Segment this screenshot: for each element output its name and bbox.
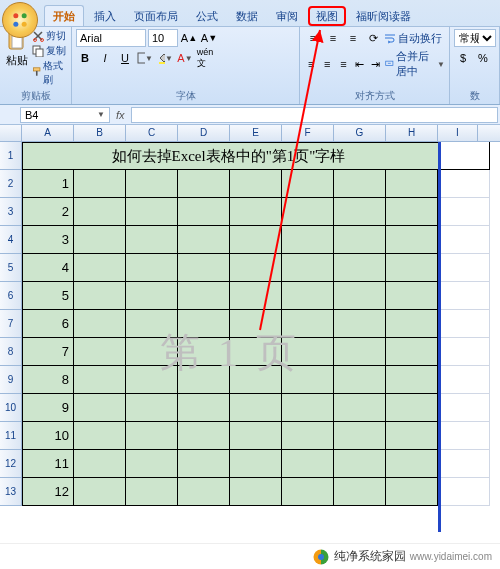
cell[interactable] [74,254,126,282]
cell[interactable] [230,282,282,310]
cell[interactable]: 9 [22,394,74,422]
row-header[interactable]: 12 [0,450,22,478]
increase-font-button[interactable]: A▲ [180,29,198,47]
cell[interactable] [334,394,386,422]
cell[interactable] [178,450,230,478]
row-header[interactable]: 9 [0,366,22,394]
cell[interactable] [386,450,438,478]
fx-button[interactable]: fx [110,109,131,121]
cell[interactable]: 7 [22,338,74,366]
cell[interactable] [126,310,178,338]
cell[interactable] [74,366,126,394]
cell[interactable] [126,282,178,310]
cell[interactable] [386,254,438,282]
cell[interactable] [282,394,334,422]
tab-foxitreader[interactable]: 福昕阅读器 [348,6,419,26]
cell[interactable]: 8 [22,366,74,394]
cell[interactable] [438,254,490,282]
cell[interactable] [386,366,438,394]
cell[interactable]: 12 [22,478,74,506]
cell[interactable] [178,254,230,282]
font-name-select[interactable] [76,29,146,47]
cell[interactable] [334,366,386,394]
col-header[interactable]: I [438,125,478,141]
cell[interactable] [126,338,178,366]
fill-color-button[interactable]: ▼ [156,49,174,67]
align-bottom-button[interactable]: ≡ [344,29,362,47]
cell[interactable] [438,478,490,506]
cell[interactable] [126,198,178,226]
cell[interactable] [74,282,126,310]
font-color-button[interactable]: A▼ [176,49,194,67]
cell[interactable] [282,450,334,478]
cell[interactable] [438,226,490,254]
cell[interactable]: 10 [22,422,74,450]
title-cell[interactable]: 如何去掉Excel表格中的"第1页"字样 [22,142,438,170]
cell[interactable] [178,226,230,254]
cell[interactable] [230,394,282,422]
cell[interactable] [74,198,126,226]
cell[interactable] [126,394,178,422]
cell[interactable] [282,366,334,394]
cell[interactable] [230,338,282,366]
cell[interactable] [74,450,126,478]
cell[interactable] [230,310,282,338]
col-header[interactable]: B [74,125,126,141]
row-header[interactable]: 8 [0,338,22,366]
cell[interactable] [282,422,334,450]
cell[interactable] [334,226,386,254]
underline-button[interactable]: U [116,49,134,67]
cell[interactable] [438,394,490,422]
cell[interactable] [334,198,386,226]
col-header[interactable]: E [230,125,282,141]
cell[interactable] [386,422,438,450]
cell[interactable] [282,310,334,338]
cell[interactable] [386,338,438,366]
office-button[interactable] [2,2,38,38]
align-center-button[interactable]: ≡ [320,55,334,73]
tab-layout[interactable]: 页面布局 [126,6,186,26]
percent-button[interactable]: % [474,49,492,67]
merge-button[interactable]: 合并后居中▼ [385,49,445,79]
col-header[interactable]: H [386,125,438,141]
cell[interactable] [74,310,126,338]
col-header[interactable]: A [22,125,74,141]
cell[interactable] [230,450,282,478]
row-header[interactable]: 7 [0,310,22,338]
cell[interactable] [438,366,490,394]
cell[interactable] [178,198,230,226]
border-button[interactable]: ▼ [136,49,154,67]
cell[interactable] [334,338,386,366]
cell[interactable] [74,226,126,254]
phonetic-button[interactable]: wén文 [196,49,214,67]
row-header[interactable]: 11 [0,422,22,450]
cell[interactable] [438,338,490,366]
align-middle-button[interactable]: ≡ [324,29,342,47]
align-left-button[interactable]: ≡ [304,55,318,73]
row-header[interactable]: 6 [0,282,22,310]
cell[interactable] [178,478,230,506]
cell[interactable] [126,366,178,394]
col-header[interactable]: G [334,125,386,141]
wrap-button[interactable]: 自动换行 [384,31,442,46]
cell[interactable] [282,282,334,310]
cell[interactable] [386,282,438,310]
cell[interactable] [282,226,334,254]
tab-data[interactable]: 数据 [228,6,266,26]
decrease-font-button[interactable]: A▼ [200,29,218,47]
cell[interactable] [230,198,282,226]
formula-input[interactable] [131,107,498,123]
cell[interactable] [438,310,490,338]
col-header[interactable]: F [282,125,334,141]
tab-view[interactable]: 视图 [308,6,346,26]
cell[interactable]: 4 [22,254,74,282]
cell[interactable] [282,198,334,226]
cell[interactable]: 11 [22,450,74,478]
cell[interactable] [178,170,230,198]
cell[interactable] [438,142,490,170]
bold-button[interactable]: B [76,49,94,67]
cell[interactable] [74,170,126,198]
row-header[interactable]: 10 [0,394,22,422]
row-header[interactable]: 5 [0,254,22,282]
cell[interactable] [126,254,178,282]
